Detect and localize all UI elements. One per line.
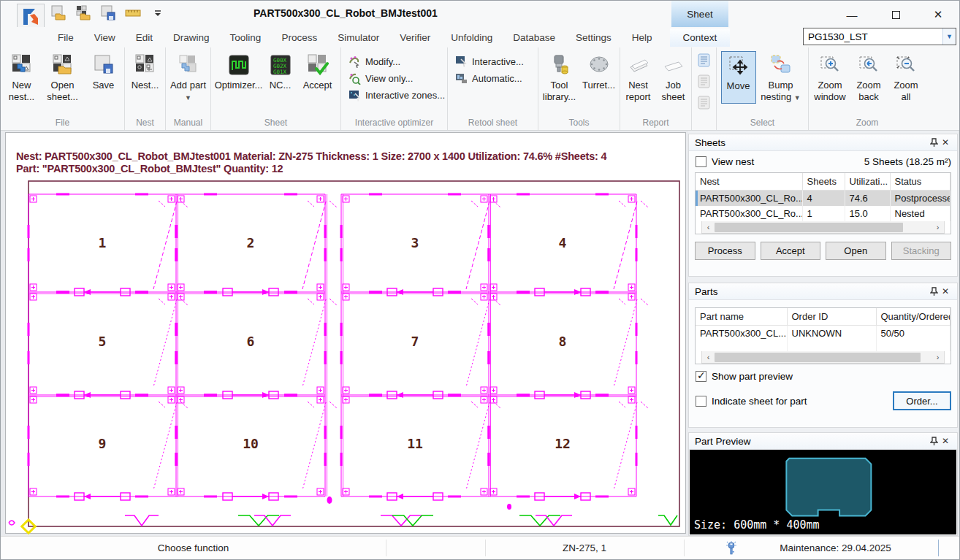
minimize-button[interactable]: —: [839, 7, 864, 23]
scroll-left-icon[interactable]: ‹: [702, 353, 715, 361]
scroll-right-icon[interactable]: ›: [932, 353, 944, 361]
dropdown-caret-icon[interactable]: ▼: [794, 94, 801, 101]
optimizer-button[interactable]: Optimizer...: [216, 51, 262, 91]
chevron-down-icon[interactable]: ▼: [942, 28, 956, 45]
nest-part-number-3[interactable]: 3: [411, 235, 419, 250]
order-button[interactable]: Order...: [893, 391, 951, 410]
move-button[interactable]: Move: [721, 51, 756, 104]
modify-button[interactable]: Modify...: [348, 55, 440, 68]
indicate-sheet-checkbox[interactable]: [696, 396, 706, 407]
col-part-name[interactable]: Part name: [696, 308, 787, 326]
contextual-tab-header[interactable]: Sheet: [671, 1, 728, 27]
menu-process[interactable]: Process: [271, 28, 327, 47]
menu-drawing[interactable]: Drawing: [163, 28, 220, 47]
nest-part-number-4[interactable]: 4: [559, 235, 567, 250]
nest-part-number-2[interactable]: 2: [247, 235, 255, 250]
menu-settings[interactable]: Settings: [565, 28, 622, 47]
move-icon: [727, 54, 750, 77]
menu-tooling[interactable]: Tooling: [220, 28, 272, 47]
turret-button[interactable]: Turret...: [580, 51, 618, 104]
bump-nesting-button[interactable]: Bump nesting ▼: [758, 51, 804, 104]
col-order-id[interactable]: Order ID: [787, 308, 876, 326]
close-icon[interactable]: ✕: [940, 137, 951, 148]
close-button[interactable]: ✕: [926, 7, 951, 23]
nest-part-number-10[interactable]: 10: [243, 436, 259, 451]
scroll-thumb[interactable]: [715, 223, 903, 232]
zoom-window-button[interactable]: Zoom window: [811, 51, 849, 104]
scroll-thumb[interactable]: [715, 353, 921, 362]
scroll-right-icon[interactable]: ›: [932, 223, 944, 231]
col-nest[interactable]: Nest: [696, 173, 802, 191]
ruler-icon[interactable]: [125, 5, 141, 21]
menu-verifier[interactable]: Verifier: [389, 28, 441, 47]
col-status[interactable]: Status: [890, 173, 951, 191]
machine-selector[interactable]: PG1530_LST ▼: [803, 28, 956, 45]
nest-part-number-9[interactable]: 9: [99, 436, 107, 451]
close-icon[interactable]: ✕: [940, 435, 951, 447]
menu-database[interactable]: Database: [503, 28, 565, 47]
process-button[interactable]: Process: [695, 242, 755, 260]
accept-sheet-button[interactable]: Accept: [761, 242, 821, 260]
add-part-button[interactable]: Add part ▼: [169, 51, 208, 104]
nest-part-number-8[interactable]: 8: [559, 334, 567, 349]
menu-simulator[interactable]: Simulator: [327, 28, 389, 47]
open-sheet-button[interactable]: Open sheet...: [43, 51, 83, 104]
nest-button[interactable]: Nest...: [126, 51, 165, 91]
save-sheet-button[interactable]: Save: [84, 51, 123, 104]
qat-customize-icon[interactable]: [150, 5, 166, 21]
nest-drawing[interactable]: Nest: PART500x300_CL_Robot_BMJtest001 Ma…: [6, 133, 685, 537]
nest-report-button[interactable]: Nest report: [622, 51, 655, 104]
table-row[interactable]: PART500x300_CL_Ro... 4 74.6 Postprocesse…: [696, 191, 951, 207]
menu-help[interactable]: Help: [622, 28, 663, 47]
nc-button[interactable]: G00X G02X G01X NC...: [264, 51, 297, 91]
nest-part-number-1[interactable]: 1: [99, 235, 107, 250]
maximize-button[interactable]: [883, 7, 908, 23]
job-sheet-button[interactable]: Job sheet: [657, 51, 690, 104]
menu-view[interactable]: View: [84, 28, 126, 47]
app-logo[interactable]: [17, 4, 45, 30]
accept-button[interactable]: Accept: [299, 51, 337, 91]
tool-library-button[interactable]: Tool library...: [541, 51, 579, 104]
nest-part-number-5[interactable]: 5: [99, 334, 107, 349]
view-only-button[interactable]: View only...: [348, 72, 440, 85]
zoom-back-icon: [857, 53, 880, 77]
menu-unfolding[interactable]: Unfolding: [441, 28, 503, 47]
show-part-preview-checkbox[interactable]: [696, 371, 706, 382]
table-row[interactable]: PART500x300_CL_Ro... 1 15.0 Nested: [696, 206, 951, 221]
open-sheet-icon[interactable]: [50, 5, 66, 21]
open-button[interactable]: Open: [826, 242, 886, 260]
pin-icon[interactable]: [928, 285, 940, 297]
menu-context[interactable]: Context: [670, 28, 731, 47]
zoom-back-button[interactable]: Zoom back: [850, 51, 887, 104]
dropdown-caret-icon[interactable]: ▼: [185, 94, 191, 101]
new-nest-button[interactable]: New nest...: [2, 51, 42, 104]
col-utilization[interactable]: Utilizati...: [845, 173, 890, 191]
part-preview-viewport[interactable]: Size: 600mm * 400mm: [690, 450, 956, 534]
col-sheets[interactable]: Sheets: [802, 173, 845, 191]
scroll-left-icon[interactable]: ‹: [702, 223, 715, 231]
close-icon[interactable]: ✕: [940, 285, 951, 297]
interactive-zones-button[interactable]: Interactive zones...: [348, 89, 440, 101]
nest-part-number-7[interactable]: 7: [411, 334, 419, 349]
save-icon[interactable]: [100, 5, 116, 21]
nest-canvas[interactable]: Nest: PART500x300_CL_Robot_BMJtest001 Ma…: [5, 132, 686, 534]
nest-part-number-11[interactable]: 11: [407, 436, 423, 451]
retool-interactive-button[interactable]: Interactive...: [455, 55, 530, 68]
report-doc-icon[interactable]: [698, 53, 710, 67]
retool-automatic-button[interactable]: Automatic...: [455, 72, 530, 85]
view-nest-checkbox[interactable]: [696, 156, 706, 167]
horizontal-scrollbar[interactable]: ‹ ›: [701, 351, 945, 364]
col-quantity[interactable]: Quantity/Ordered: [876, 308, 951, 326]
zoom-all-button[interactable]: Zoom all: [888, 51, 923, 104]
horizontal-scrollbar[interactable]: ‹ ›: [701, 221, 945, 234]
table-row[interactable]: PART500x300_CL... UNKNOWN 50/50: [696, 326, 951, 342]
menu-edit[interactable]: Edit: [126, 28, 163, 47]
retool-interactive-icon: [455, 55, 468, 68]
pin-icon[interactable]: [928, 137, 940, 148]
report-extra-icons: [692, 47, 717, 130]
nest-part-number-6[interactable]: 6: [247, 334, 255, 349]
pin-icon[interactable]: [928, 435, 940, 447]
nest-part-number-12[interactable]: 12: [555, 436, 571, 451]
menu-file[interactable]: File: [47, 28, 84, 47]
open-nest-icon[interactable]: [75, 5, 91, 21]
